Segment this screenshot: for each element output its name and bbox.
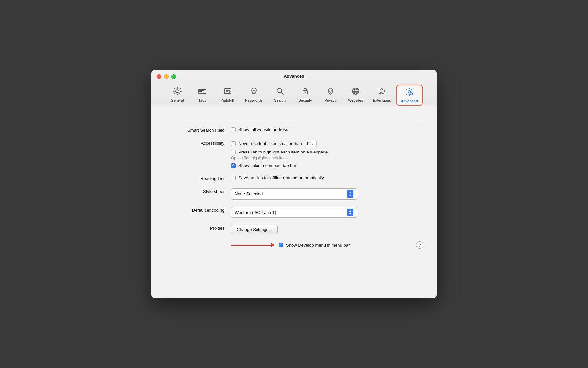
show-develop-checkbox[interactable] [279,243,283,247]
svg-point-0 [176,90,179,93]
window-title: Advanced [157,74,431,82]
tab-general-label: General [171,98,184,102]
never-font-checkbox[interactable] [231,141,236,146]
svg-text:+: + [411,93,412,95]
extensions-icon [377,87,387,97]
show-color-checkbox[interactable] [231,163,236,168]
privacy-icon [326,87,335,97]
passwords-icon [249,87,258,97]
tab-privacy-label: Privacy [325,98,336,102]
tab-search-label: Search [274,98,286,102]
minimize-button[interactable] [164,74,169,79]
accessibility-label: Accessibility: [165,140,231,146]
svg-line-10 [281,92,283,95]
show-full-address-row: Show full website address [231,127,288,132]
svg-point-12 [305,92,306,93]
show-develop-row: Show Develop menu in menu bar [279,243,350,248]
accessibility-controls: Never use font sizes smaller than 9 ⌄ Pr… [231,140,328,168]
show-full-address-checkbox[interactable] [231,127,236,132]
toolbar: General Tabs [157,82,431,106]
proxies-row: Proxies: Change Settings... [165,225,423,234]
tab-general[interactable]: General [165,85,189,106]
tab-passwords-label: Passwords [245,98,263,102]
save-articles-label: Save articles for offline reading automa… [238,175,324,180]
tab-websites-label: Websites [348,98,363,102]
proxies-controls: Change Settings... [231,225,278,234]
encoding-stepper[interactable]: ▲ ▼ [347,209,353,216]
accessibility-row: Accessibility: Never use font sizes smal… [165,140,423,168]
option-tab-hint: Option-Tab highlights each item. [231,156,328,160]
svg-point-8 [253,90,255,91]
show-develop-label: Show Develop menu in menu bar [286,243,350,248]
content-area: Smart Search Field: Show full website ad… [151,106,437,298]
tab-autofill[interactable]: AutoFill [216,85,240,106]
smart-search-label: Smart Search Field: [165,127,231,133]
reading-list-label: Reading List: [165,175,231,181]
default-encoding-controls: Western (ISO Latin 1) ▲ ▼ [231,207,357,218]
svg-point-18 [408,91,411,93]
general-icon [173,87,182,97]
tab-extensions[interactable]: Extensions [369,85,395,106]
font-size-value: 9 [307,141,309,146]
advanced-icon: + [405,87,414,98]
svg-rect-3 [199,89,201,91]
develop-menu-label [165,245,231,245]
never-font-label: Never use font sizes smaller than [238,141,302,146]
show-color-row: Show color in compact tab bar [231,163,328,168]
show-color-label: Show color in compact tab bar [238,163,296,168]
change-settings-button[interactable]: Change Settings... [231,225,278,234]
style-sheet-label: Style sheet: [165,188,231,194]
arrow-head [271,243,275,247]
style-sheet-row: Style sheet: None Selected ▲ ▼ [165,188,423,200]
tab-websites[interactable]: Websites [344,85,368,106]
show-full-address-label: Show full website address [238,127,288,132]
tab-tabs[interactable]: Tabs [190,85,214,106]
tab-tabs-label: Tabs [198,98,206,102]
style-sheet-value: None Selected [235,191,263,196]
never-font-row: Never use font sizes smaller than 9 ⌄ [231,140,328,147]
style-sheet-select[interactable]: None Selected ▲ ▼ [231,188,357,200]
titlebar: Advanced General [151,70,437,106]
tab-advanced[interactable]: + Advanced [396,85,423,106]
save-articles-checkbox[interactable] [231,176,236,180]
svg-rect-4 [201,89,204,91]
font-size-select[interactable]: 9 ⌄ [305,140,317,147]
tab-search[interactable]: Search [268,85,292,106]
reading-list-row: Reading List: Save articles for offline … [165,175,423,181]
close-button[interactable] [157,74,161,79]
font-size-chevron: ⌄ [311,141,314,146]
tab-passwords[interactable]: Passwords [241,85,267,106]
maximize-button[interactable] [171,74,176,79]
reading-list-controls: Save articles for offline reading automa… [231,175,324,180]
tab-extensions-label: Extensions [373,98,391,102]
press-tab-label: Press Tab to highlight each item on a we… [238,150,328,154]
autofill-icon [223,87,232,97]
tab-security[interactable]: Security [293,85,317,106]
press-tab-row: Press Tab to highlight each item on a we… [231,150,328,154]
style-sheet-stepper[interactable]: ▲ ▼ [347,190,353,198]
develop-menu-row: Show Develop menu in menu bar ? [165,241,423,249]
smart-search-controls: Show full website address [231,127,288,132]
help-button[interactable]: ? [416,241,423,249]
default-encoding-label: Default encoding: [165,207,231,213]
press-tab-checkbox[interactable] [231,150,236,154]
tab-security-label: Security [299,98,312,102]
security-icon [301,87,310,97]
tab-autofill-label: AutoFill [222,98,234,102]
tab-privacy[interactable]: Privacy [319,85,342,106]
tabs-icon [198,87,207,97]
stepper-down: ▼ [349,212,352,216]
search-icon [275,87,285,97]
arrow-container: Show Develop menu in menu bar [231,243,350,248]
save-articles-row: Save articles for offline reading automa… [231,175,324,180]
divider [165,120,423,120]
window-controls [157,74,176,79]
default-encoding-value: Western (ISO Latin 1) [235,210,276,215]
style-sheet-controls: None Selected ▲ ▼ [231,188,357,200]
proxies-label: Proxies: [165,225,231,231]
stepper-up: ▲ [349,209,352,213]
red-arrow [231,243,275,247]
default-encoding-select[interactable]: Western (ISO Latin 1) ▲ ▼ [231,207,357,218]
safari-preferences-window: Advanced General [151,70,437,298]
stepper-down: ▼ [349,194,352,198]
